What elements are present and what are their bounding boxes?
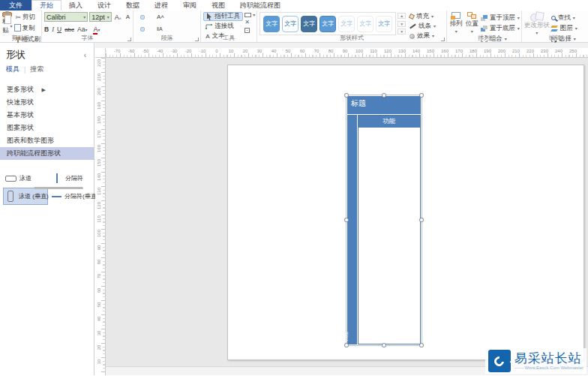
tab-审阅[interactable]: 审阅 xyxy=(176,0,204,11)
resize-handle-w[interactable] xyxy=(344,218,349,222)
bring-to-front-button[interactable]: 置于顶层▾ xyxy=(481,14,520,23)
lane-header[interactable]: 功能 xyxy=(358,116,420,128)
font-name-select[interactable]: Calibri▾ xyxy=(44,12,88,22)
style-swatch-6[interactable]: 文字 xyxy=(357,16,374,32)
stencil-section[interactable]: 基本形状 xyxy=(0,109,94,122)
vertical-ruler[interactable]: 2202102001901801701601501401301201101009… xyxy=(95,58,106,375)
drawing-canvas[interactable]: 标题 功能 功能 xyxy=(106,58,588,375)
ruler-number: 60 xyxy=(97,286,101,295)
stencil-section[interactable]: 图案形状 xyxy=(0,122,94,134)
align-left-button[interactable] xyxy=(136,28,139,31)
stencil-section[interactable]: 快速形状 xyxy=(0,96,94,109)
justify-button[interactable] xyxy=(151,28,154,31)
style-swatch-3[interactable]: 文字 xyxy=(301,16,317,32)
fill-button[interactable]: 填充▾ xyxy=(410,12,436,21)
connector-tool-button[interactable]: 连接线 xyxy=(203,22,243,31)
send-to-back-button[interactable]: 置于底层▾ xyxy=(481,24,520,33)
font-color-button[interactable]: A▾ xyxy=(93,26,100,33)
underline-button[interactable]: U xyxy=(57,26,62,33)
style-swatch-1[interactable]: 文字 xyxy=(263,16,280,32)
swimlane-side-strip[interactable]: 功能 xyxy=(347,115,357,344)
swimlane-shape[interactable]: 标题 功能 功能 xyxy=(347,96,421,344)
group-font: Calibri▾ 12pt▾ A˄ A B I U abc Aa▾ A▾ 字体 xyxy=(42,11,134,42)
paragraph-dialog-launcher[interactable] xyxy=(195,38,199,41)
master-item[interactable]: 分隔符(垂直) xyxy=(50,188,94,205)
resize-handle-sw[interactable] xyxy=(344,343,349,347)
stencil-section[interactable]: 跨职能流程图形状 xyxy=(0,147,94,160)
master-item[interactable]: 泳道 (垂直) xyxy=(3,188,48,205)
collapse-panel-button[interactable]: ‹ xyxy=(84,51,88,59)
tab-file[interactable]: 文件 xyxy=(0,0,32,11)
tab-stencils[interactable]: 模具 xyxy=(6,65,20,74)
resize-handle-n[interactable] xyxy=(382,93,386,98)
change-case-button[interactable]: Aa▾ xyxy=(77,26,87,33)
resize-handle-s[interactable] xyxy=(382,343,386,347)
style-swatch-4[interactable]: 文字 xyxy=(320,16,336,32)
stencil-list: 快速形状基本形状图案形状图表和数学图形跨职能流程图形状 xyxy=(0,96,94,160)
style-swatch-2[interactable]: 文字 xyxy=(282,16,298,32)
line-button[interactable]: 线条▾ xyxy=(410,22,436,31)
bold-button[interactable]: B xyxy=(44,26,49,33)
pointer-tool-button[interactable]: 指针工具 xyxy=(203,12,243,21)
visio-window: 文件 开始插入设计数据进程审阅视图跨职能流程图 粘贴▾ ✂剪切 复制 格式刷 剪… xyxy=(0,0,588,376)
bullets-button[interactable] xyxy=(151,16,154,19)
find-button[interactable]: 查找▾ xyxy=(551,14,578,23)
gallery-up-button[interactable]: ▲ xyxy=(398,13,406,19)
align-top-button[interactable] xyxy=(136,16,139,19)
tab-进程[interactable]: 进程 xyxy=(147,0,176,11)
decrease-indent-button[interactable] xyxy=(166,28,169,31)
gallery-down-button[interactable]: ▼ xyxy=(398,21,406,27)
tab-search[interactable]: 搜索 xyxy=(30,65,44,74)
font-dialog-launcher[interactable] xyxy=(128,38,131,41)
ruler-number: 200 xyxy=(498,49,506,53)
stencil-section[interactable]: 图表和数学图形 xyxy=(0,134,94,147)
swimlane-lane[interactable]: 功能 xyxy=(358,115,421,344)
shape-styles-dialog-launcher[interactable] xyxy=(441,38,445,41)
align-center-button[interactable] xyxy=(140,27,145,32)
arrange-button[interactable]: 排列▾ xyxy=(449,12,464,35)
ruler-number: 210 xyxy=(512,49,520,53)
ruler-number: 120 xyxy=(97,201,101,210)
master-item[interactable]: 分隔符 xyxy=(50,170,94,186)
shrink-font-button[interactable]: A xyxy=(124,14,131,20)
tab-视图[interactable]: 视图 xyxy=(204,0,232,11)
tab-设计[interactable]: 设计 xyxy=(90,0,118,11)
italic-button[interactable]: I xyxy=(52,26,54,33)
text-direction-button[interactable]: A˄ xyxy=(155,12,166,22)
resize-handle-e[interactable] xyxy=(419,218,424,222)
tab-插入[interactable]: 插入 xyxy=(62,0,90,11)
more-shapes-button[interactable]: 更多形状 ▶ xyxy=(0,83,94,96)
align-bottom-button[interactable] xyxy=(146,16,149,19)
style-swatch-7[interactable]: 文字 xyxy=(376,16,392,32)
font-size-select[interactable]: 12pt▾ xyxy=(89,12,111,22)
resize-handle-se[interactable] xyxy=(419,343,424,347)
tab-数据[interactable]: 数据 xyxy=(118,0,147,11)
resize-handle-ne[interactable] xyxy=(419,93,424,98)
strikethrough-button[interactable]: abc xyxy=(64,26,74,33)
ruler-number: 100 xyxy=(356,49,363,53)
connection-point-icon[interactable] xyxy=(244,28,250,33)
cut-button[interactable]: ✂剪切 xyxy=(14,12,43,23)
grow-font-button[interactable]: A˄ xyxy=(113,14,123,21)
layers-button[interactable]: 图层▾ xyxy=(551,24,578,33)
horizontal-ruler[interactable]: -80-70-60-50-40-30-20-100102030405060708… xyxy=(106,48,588,58)
master-label: 泳道 (垂直) xyxy=(19,192,49,200)
paste-button[interactable]: 粘贴▾ xyxy=(2,12,13,35)
swimlane-title-bar[interactable]: 标题 xyxy=(347,96,421,114)
master-label: 分隔符 xyxy=(65,174,83,182)
style-swatch-5[interactable]: 文字 xyxy=(338,16,355,32)
master-item[interactable]: 泳道 xyxy=(3,170,48,186)
change-shape-button[interactable]: 更改形状▾ xyxy=(524,12,550,35)
rectangle-tool-button[interactable]: ▾ xyxy=(244,13,255,17)
tab-开始[interactable]: 开始 xyxy=(32,0,62,11)
position-button[interactable]: 位置▾ xyxy=(465,12,479,35)
tab-跨职能流程图[interactable]: 跨职能流程图 xyxy=(232,0,288,11)
align-right-button[interactable] xyxy=(146,28,149,31)
connection-point-delete-icon[interactable]: ✕ xyxy=(244,20,255,26)
vertical-text-button[interactable]: ‖A xyxy=(155,25,164,33)
increase-indent-button[interactable] xyxy=(170,28,173,31)
panel-splitter[interactable] xyxy=(34,187,83,189)
copy-button[interactable]: 复制 xyxy=(14,23,43,34)
resize-handle-nw[interactable] xyxy=(344,93,349,98)
align-middle-button[interactable] xyxy=(140,15,145,20)
